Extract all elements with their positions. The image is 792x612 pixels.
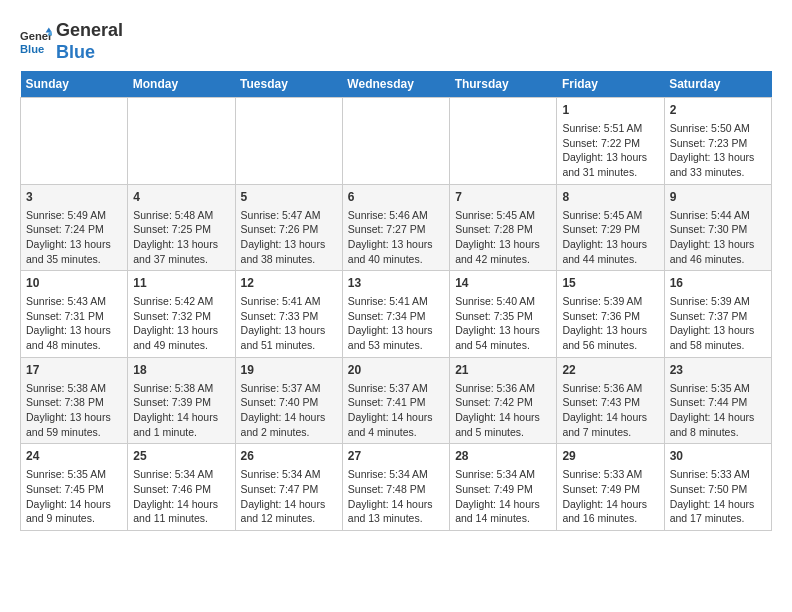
day-info: Sunrise: 5:49 AM: [26, 208, 122, 223]
day-info: and 12 minutes.: [241, 511, 337, 526]
day-info: Sunrise: 5:34 AM: [348, 467, 444, 482]
calendar-cell: 28Sunrise: 5:34 AMSunset: 7:49 PMDayligh…: [450, 444, 557, 531]
day-info: Daylight: 13 hours: [562, 323, 658, 338]
day-number: 29: [562, 448, 658, 465]
day-number: 8: [562, 189, 658, 206]
day-info: Sunset: 7:24 PM: [26, 222, 122, 237]
calendar-cell: 25Sunrise: 5:34 AMSunset: 7:46 PMDayligh…: [128, 444, 235, 531]
day-info: and 54 minutes.: [455, 338, 551, 353]
day-info: Sunrise: 5:36 AM: [562, 381, 658, 396]
day-info: Daylight: 14 hours: [455, 410, 551, 425]
col-header-saturday: Saturday: [664, 71, 771, 98]
calendar-cell: 8Sunrise: 5:45 AMSunset: 7:29 PMDaylight…: [557, 184, 664, 271]
calendar-cell: 7Sunrise: 5:45 AMSunset: 7:28 PMDaylight…: [450, 184, 557, 271]
day-number: 5: [241, 189, 337, 206]
day-info: Sunrise: 5:34 AM: [241, 467, 337, 482]
day-info: Sunset: 7:26 PM: [241, 222, 337, 237]
day-info: Sunset: 7:27 PM: [348, 222, 444, 237]
day-info: and 46 minutes.: [670, 252, 766, 267]
col-header-thursday: Thursday: [450, 71, 557, 98]
day-info: Sunrise: 5:35 AM: [26, 467, 122, 482]
day-number: 27: [348, 448, 444, 465]
logo-general: General: [56, 20, 123, 42]
day-info: Daylight: 13 hours: [241, 237, 337, 252]
day-info: and 33 minutes.: [670, 165, 766, 180]
day-info: Sunset: 7:22 PM: [562, 136, 658, 151]
day-info: Sunset: 7:46 PM: [133, 482, 229, 497]
day-info: Sunset: 7:35 PM: [455, 309, 551, 324]
calendar-cell: 6Sunrise: 5:46 AMSunset: 7:27 PMDaylight…: [342, 184, 449, 271]
day-info: Sunrise: 5:42 AM: [133, 294, 229, 309]
day-info: Sunset: 7:44 PM: [670, 395, 766, 410]
calendar-cell: 22Sunrise: 5:36 AMSunset: 7:43 PMDayligh…: [557, 357, 664, 444]
day-info: and 17 minutes.: [670, 511, 766, 526]
day-info: and 1 minute.: [133, 425, 229, 440]
day-number: 1: [562, 102, 658, 119]
day-info: Daylight: 13 hours: [133, 237, 229, 252]
day-info: Daylight: 14 hours: [348, 497, 444, 512]
calendar-week-4: 17Sunrise: 5:38 AMSunset: 7:38 PMDayligh…: [21, 357, 772, 444]
day-number: 13: [348, 275, 444, 292]
calendar-cell: 29Sunrise: 5:33 AMSunset: 7:49 PMDayligh…: [557, 444, 664, 531]
day-info: Sunset: 7:36 PM: [562, 309, 658, 324]
header: General Blue General Blue: [20, 20, 772, 63]
day-info: Daylight: 13 hours: [348, 237, 444, 252]
day-info: Daylight: 14 hours: [133, 410, 229, 425]
day-info: Sunset: 7:50 PM: [670, 482, 766, 497]
calendar-week-2: 3Sunrise: 5:49 AMSunset: 7:24 PMDaylight…: [21, 184, 772, 271]
calendar-cell: [128, 98, 235, 185]
day-info: Daylight: 14 hours: [241, 410, 337, 425]
day-info: Daylight: 13 hours: [26, 237, 122, 252]
calendar-cell: 5Sunrise: 5:47 AMSunset: 7:26 PMDaylight…: [235, 184, 342, 271]
day-info: Sunrise: 5:38 AM: [26, 381, 122, 396]
calendar-cell: 9Sunrise: 5:44 AMSunset: 7:30 PMDaylight…: [664, 184, 771, 271]
calendar-week-1: 1Sunrise: 5:51 AMSunset: 7:22 PMDaylight…: [21, 98, 772, 185]
calendar-cell: 24Sunrise: 5:35 AMSunset: 7:45 PMDayligh…: [21, 444, 128, 531]
day-info: Daylight: 13 hours: [562, 150, 658, 165]
day-info: Sunset: 7:32 PM: [133, 309, 229, 324]
day-info: Sunrise: 5:37 AM: [348, 381, 444, 396]
calendar-cell: 30Sunrise: 5:33 AMSunset: 7:50 PMDayligh…: [664, 444, 771, 531]
day-info: Sunrise: 5:45 AM: [455, 208, 551, 223]
day-info: Sunrise: 5:34 AM: [133, 467, 229, 482]
day-info: Daylight: 13 hours: [26, 323, 122, 338]
day-info: Sunrise: 5:46 AM: [348, 208, 444, 223]
day-info: Sunset: 7:37 PM: [670, 309, 766, 324]
day-info: Sunset: 7:41 PM: [348, 395, 444, 410]
day-number: 16: [670, 275, 766, 292]
day-info: and 59 minutes.: [26, 425, 122, 440]
day-info: and 8 minutes.: [670, 425, 766, 440]
calendar-cell: 19Sunrise: 5:37 AMSunset: 7:40 PMDayligh…: [235, 357, 342, 444]
day-info: Sunset: 7:29 PM: [562, 222, 658, 237]
logo-icon: General Blue: [20, 26, 52, 58]
day-info: Daylight: 13 hours: [26, 410, 122, 425]
day-info: Daylight: 13 hours: [455, 237, 551, 252]
day-number: 19: [241, 362, 337, 379]
calendar-cell: 26Sunrise: 5:34 AMSunset: 7:47 PMDayligh…: [235, 444, 342, 531]
day-info: and 9 minutes.: [26, 511, 122, 526]
day-info: Sunset: 7:45 PM: [26, 482, 122, 497]
calendar-cell: [235, 98, 342, 185]
day-info: and 4 minutes.: [348, 425, 444, 440]
day-info: Sunset: 7:40 PM: [241, 395, 337, 410]
calendar-cell: 23Sunrise: 5:35 AMSunset: 7:44 PMDayligh…: [664, 357, 771, 444]
day-info: Daylight: 14 hours: [241, 497, 337, 512]
day-info: Sunrise: 5:50 AM: [670, 121, 766, 136]
day-info: Sunset: 7:23 PM: [670, 136, 766, 151]
day-info: Sunrise: 5:45 AM: [562, 208, 658, 223]
day-info: Daylight: 13 hours: [348, 323, 444, 338]
col-header-sunday: Sunday: [21, 71, 128, 98]
day-info: and 42 minutes.: [455, 252, 551, 267]
calendar-week-3: 10Sunrise: 5:43 AMSunset: 7:31 PMDayligh…: [21, 271, 772, 358]
day-info: and 5 minutes.: [455, 425, 551, 440]
day-number: 17: [26, 362, 122, 379]
calendar-cell: 20Sunrise: 5:37 AMSunset: 7:41 PMDayligh…: [342, 357, 449, 444]
day-info: and 40 minutes.: [348, 252, 444, 267]
day-number: 4: [133, 189, 229, 206]
day-info: Sunrise: 5:51 AM: [562, 121, 658, 136]
day-info: Sunset: 7:25 PM: [133, 222, 229, 237]
day-info: Daylight: 14 hours: [670, 410, 766, 425]
calendar-cell: 11Sunrise: 5:42 AMSunset: 7:32 PMDayligh…: [128, 271, 235, 358]
day-info: and 2 minutes.: [241, 425, 337, 440]
calendar-cell: 1Sunrise: 5:51 AMSunset: 7:22 PMDaylight…: [557, 98, 664, 185]
